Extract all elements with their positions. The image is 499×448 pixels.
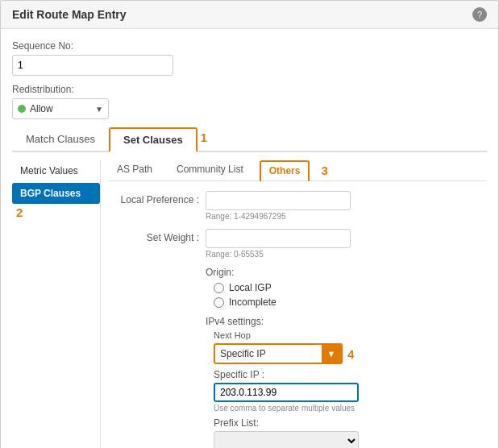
next-hop-select-arrow[interactable]: ▼ — [322, 345, 341, 363]
redistribution-label: Redistribution: — [12, 84, 487, 95]
help-icon[interactable]: ? — [472, 7, 487, 22]
specific-ip-input[interactable] — [214, 383, 359, 402]
radio-incomplete[interactable] — [214, 297, 224, 308]
specific-ip-label: Specific IP : — [109, 369, 487, 380]
redistribution-group: Redistribution: Allow ▼ — [12, 84, 487, 119]
sidebar: Metric Values BGP Clauses 2 — [12, 160, 101, 448]
sidebar-item-metric[interactable]: Metric Values — [12, 160, 100, 181]
set-weight-input[interactable] — [206, 229, 351, 248]
set-weight-range: Range: 0-65535 — [206, 250, 487, 259]
modal-header: Edit Route Map Entry ? — [1, 1, 498, 29]
sub-tab-others[interactable]: Others — [260, 160, 310, 181]
redistribution-row: Allow ▼ — [12, 98, 487, 119]
tab-set-clauses[interactable]: Set Clauses — [109, 127, 198, 152]
sub-tab-aspath[interactable]: AS Path — [109, 160, 160, 180]
modal-title: Edit Route Map Entry — [12, 8, 127, 21]
annotation-1: 1 — [198, 127, 210, 151]
origin-label: Origin: — [109, 267, 487, 278]
comma-hint: Use comma to separate multiple values — [109, 404, 487, 413]
main-tabs-row: Match Clauses Set Clauses 1 — [12, 127, 487, 152]
prefix-list-label: Prefix List: — [109, 417, 487, 429]
sub-tab-community[interactable]: Community List — [168, 160, 252, 180]
sequence-input[interactable] — [12, 55, 173, 76]
local-preference-row: Local Preference : Range: 1-4294967295 — [109, 191, 487, 221]
annotation-3: 3 — [318, 160, 331, 180]
set-weight-row: Set Weight : Range: 0-65535 — [109, 229, 487, 259]
tab-match-clauses[interactable]: Match Clauses — [12, 127, 109, 151]
incomplete-label: Incomplete — [229, 297, 277, 308]
content-area: Metric Values BGP Clauses 2 AS Path Comm… — [12, 160, 487, 448]
next-hop-label: Next Hop — [109, 330, 487, 340]
allow-dot — [18, 105, 26, 113]
radio-incomplete-row: Incomplete — [109, 297, 487, 308]
allow-text: Allow — [30, 103, 89, 114]
local-preference-label: Local Preference : — [109, 191, 206, 205]
sequence-label: Sequence No: — [12, 40, 487, 52]
local-preference-input[interactable] — [206, 191, 351, 210]
prefix-list-select[interactable] — [214, 431, 359, 448]
allow-select[interactable]: Allow ▼ — [12, 98, 109, 119]
modal-body: Sequence No: Redistribution: Allow ▼ Mat… — [1, 29, 498, 448]
local-igp-label: Local IGP — [229, 282, 272, 293]
ipv4-section: IPv4 settings: Next Hop Specific IP ▼ 4 … — [109, 316, 487, 448]
sub-tabs-row: AS Path Community List Others 3 — [109, 160, 487, 181]
next-hop-select[interactable]: Specific IP ▼ — [214, 343, 343, 364]
sidebar-item-bgp[interactable]: BGP Clauses — [12, 183, 100, 204]
local-preference-range: Range: 1-4294967295 — [206, 212, 487, 221]
annotation-4: 4 — [347, 347, 354, 361]
modal-container: Edit Route Map Entry ? Sequence No: Redi… — [0, 0, 499, 448]
local-preference-input-wrap: Range: 1-4294967295 — [206, 191, 487, 221]
origin-section: Origin: Local IGP Incomplete — [109, 267, 487, 308]
next-hop-select-value: Specific IP — [215, 348, 322, 359]
radio-local-igp-row: Local IGP — [109, 282, 487, 293]
ipv4-title: IPv4 settings: — [109, 316, 487, 327]
set-weight-label: Set Weight : — [109, 229, 206, 243]
next-hop-dropdown-row: Specific IP ▼ 4 — [109, 343, 487, 364]
radio-local-igp[interactable] — [214, 283, 224, 293]
annotation-2: 2 — [12, 205, 100, 219]
set-weight-input-wrap: Range: 0-65535 — [206, 229, 487, 259]
main-content: AS Path Community List Others 3 Local Pr… — [109, 160, 487, 448]
allow-arrow-icon: ▼ — [95, 105, 103, 114]
sequence-group: Sequence No: — [12, 40, 487, 76]
